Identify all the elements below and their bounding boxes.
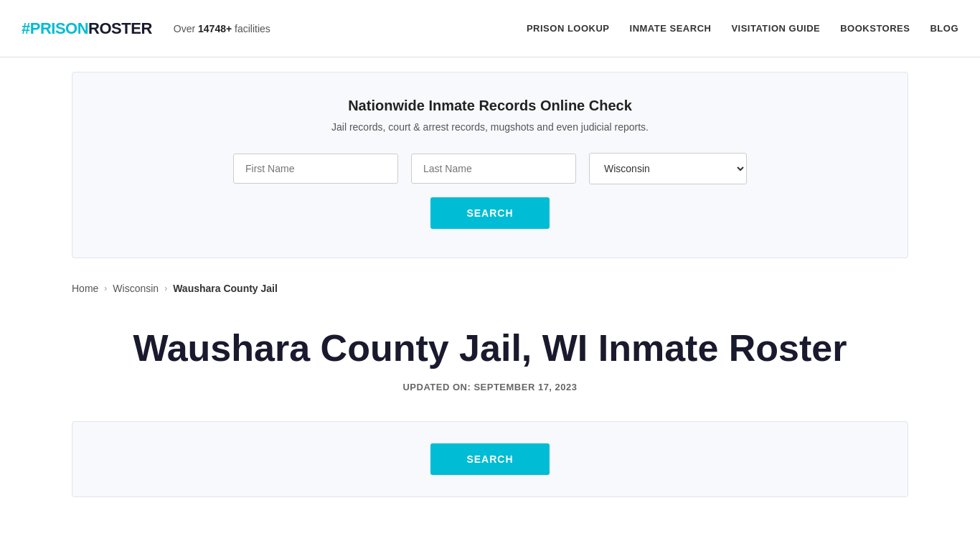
main-nav: PRISON LOOKUP INMATE SEARCH VISITATION G… (527, 23, 958, 34)
breadcrumb-home[interactable]: Home (72, 283, 98, 294)
nav-bookstores[interactable]: BOOKSTORES (840, 23, 910, 34)
breadcrumb-sep-2: › (164, 283, 167, 293)
site-header: #PRISONROSTER Over 14748+ facilities PRI… (0, 0, 980, 57)
nav-inmate-search[interactable]: INMATE SEARCH (630, 23, 712, 34)
facilities-count: Over 14748+ facilities (174, 23, 270, 34)
breadcrumb-sep-1: › (104, 283, 107, 293)
nav-visitation-guide[interactable]: VISITATION GUIDE (731, 23, 820, 34)
updated-label: UPDATED ON: SEPTEMBER 17, 2023 (72, 382, 908, 392)
logo-hash: # (22, 19, 30, 38)
search-form: Wisconsin (116, 153, 864, 184)
bottom-card: SEARCH (72, 421, 908, 497)
search-banner-title: Nationwide Inmate Records Online Check (116, 98, 864, 114)
nav-blog[interactable]: BLOG (930, 23, 958, 34)
logo-prison: PRISON (30, 19, 88, 38)
breadcrumb: Home › Wisconsin › Waushara County Jail (0, 273, 980, 304)
breadcrumb-state[interactable]: Wisconsin (113, 283, 159, 294)
search-banner-subtitle: Jail records, court & arrest records, mu… (116, 121, 864, 133)
page-title: Waushara County Jail, WI Inmate Roster (72, 326, 908, 370)
bottom-search-button[interactable]: SEARCH (430, 443, 549, 475)
page-title-section: Waushara County Jail, WI Inmate Roster U… (0, 304, 980, 407)
breadcrumb-current: Waushara County Jail (173, 283, 278, 294)
search-banner: Nationwide Inmate Records Online Check J… (72, 72, 908, 258)
site-logo[interactable]: #PRISONROSTER (22, 19, 152, 38)
state-select[interactable]: Wisconsin (589, 153, 747, 184)
last-name-input[interactable] (411, 154, 576, 184)
nav-prison-lookup[interactable]: PRISON LOOKUP (527, 23, 610, 34)
first-name-input[interactable] (233, 154, 398, 184)
search-button[interactable]: SEARCH (430, 197, 549, 229)
logo-roster: ROSTER (88, 19, 152, 38)
